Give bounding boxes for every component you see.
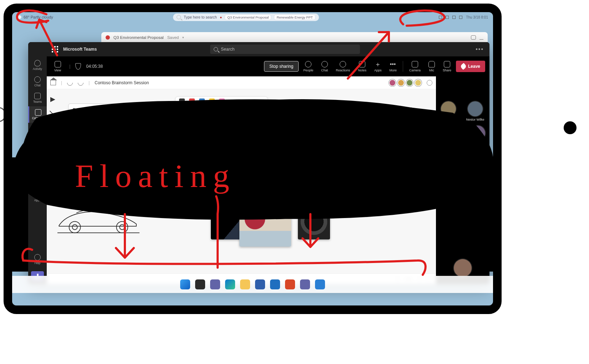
camera-button[interactable]: Camera — [406, 61, 424, 72]
taskbar-icon-app[interactable] — [315, 279, 325, 289]
rail-calls[interactable]: Calls — [28, 123, 47, 139]
shield-icon — [75, 63, 81, 70]
canvas-side-tools: ⊕ — [49, 97, 57, 125]
volume-icon[interactable] — [452, 16, 456, 19]
home-icon[interactable] — [50, 80, 56, 85]
redo-icon[interactable] — [77, 79, 85, 87]
presence-avatars[interactable] — [389, 79, 422, 86]
more-button[interactable]: •••More — [386, 61, 400, 72]
search-suggestion-2[interactable]: Renewable Energy PPT — [274, 15, 315, 20]
sticky-note[interactable] — [68, 150, 88, 166]
doc-status: Saved — [167, 35, 179, 40]
weather-widget[interactable]: 68° Partly cloudy — [17, 15, 53, 19]
whiteboard-canvas[interactable]: ⊕ ✕ — [47, 89, 436, 273]
clock[interactable]: Thu 3/18 8:01 — [466, 15, 488, 19]
sticky-note[interactable] — [111, 150, 131, 166]
leave-button[interactable]: Leave — [456, 61, 485, 72]
avatar — [454, 259, 472, 277]
sticky-note[interactable] — [132, 150, 152, 166]
waffle-icon[interactable] — [50, 45, 60, 54]
lasso-tool[interactable] — [240, 100, 245, 106]
share-button[interactable]: Share — [440, 61, 455, 72]
teams-icon — [34, 93, 41, 99]
notes-button[interactable]: Notes — [355, 61, 370, 72]
teams-overflow[interactable]: ••• — [473, 46, 486, 52]
taskbar-icon-chat[interactable] — [210, 279, 220, 289]
chart-card[interactable]: Annual Sales Data — [190, 145, 258, 169]
participant-tile[interactable]: Alex Wilber — [469, 126, 486, 146]
cloud-icon — [17, 15, 21, 19]
taskbar-icon-taskview[interactable] — [195, 279, 205, 289]
device-bezel: 68° Partly cloudy Type here to search ● … — [4, 4, 502, 314]
teams-search[interactable]: Search — [210, 45, 360, 54]
wifi-icon[interactable] — [446, 16, 449, 19]
taskbar-icon-store[interactable] — [255, 279, 265, 289]
self-view[interactable] — [454, 259, 472, 277]
window-minimize[interactable] — [479, 36, 483, 40]
participant-tile[interactable]: Joni Sherman — [440, 126, 459, 146]
rail-apps[interactable]: Apps — [28, 188, 47, 205]
calendar-icon — [35, 109, 41, 116]
meeting-apps-button[interactable]: ＋Apps — [371, 61, 385, 72]
pointer-tool[interactable] — [50, 97, 55, 102]
desktop-search[interactable]: Type here to search ● Q3 Environmental P… — [173, 14, 319, 21]
taskbar-icon-mail[interactable] — [270, 279, 280, 289]
people-button[interactable]: People — [300, 61, 316, 72]
tray-icon[interactable] — [439, 16, 442, 19]
meeting-chat-button[interactable]: Chat — [318, 61, 331, 72]
mic-button[interactable]: Mic — [425, 61, 438, 72]
people-icon — [305, 61, 311, 67]
rail-viva[interactable]: Viva Conn... — [28, 156, 47, 172]
search-suggestion-1[interactable]: Q3 Environmental Proposal — [225, 15, 271, 20]
car-sketch[interactable] — [57, 207, 139, 237]
rail-activity[interactable]: Activity — [28, 57, 47, 74]
taskbar-icon-explorer[interactable] — [240, 279, 250, 289]
participant-tile[interactable]: Nestor Wilke — [466, 101, 484, 121]
view-button[interactable]: View — [51, 61, 64, 72]
doc-share-icon[interactable] — [471, 35, 476, 40]
sticky-note[interactable] — [90, 150, 109, 166]
rail-calendar[interactable]: Calendar — [28, 106, 47, 123]
background-document-window[interactable]: Q3 Environmental Proposal Saved ▾ — [101, 32, 488, 43]
sticky-note[interactable] — [159, 143, 188, 172]
taskbar-icon-powerpoint[interactable] — [285, 279, 295, 289]
pen-tool[interactable] — [49, 107, 56, 115]
brainstorm-tab[interactable]: Brainstorming — [203, 122, 222, 128]
weather-text: 68° Partly cloudy — [24, 15, 53, 19]
phone-icon — [34, 126, 41, 132]
system-tray[interactable]: Thu 3/18 8:01 — [439, 15, 488, 19]
files-icon — [34, 142, 41, 148]
taskbar-icon-edge[interactable] — [225, 279, 235, 289]
taskbar-icon-teams[interactable] — [300, 279, 310, 289]
undo-icon[interactable] — [66, 79, 74, 87]
participant-tile[interactable]: Adele Vance — [466, 150, 484, 170]
share-icon — [444, 61, 450, 67]
search-icon — [177, 15, 181, 19]
pen-pink[interactable] — [219, 98, 225, 107]
ink-annotation: Q4 opportunity — [204, 131, 239, 139]
close-palette[interactable]: ✕ — [250, 100, 254, 106]
desktop-top-bar: 68° Partly cloudy Type here to search ● … — [12, 12, 493, 22]
hardware-button — [564, 121, 577, 134]
rail-avatars[interactable]: Avatars — [28, 172, 47, 188]
rail-teams[interactable]: Teams — [28, 90, 47, 106]
add-tool[interactable]: ⊕ — [50, 120, 55, 125]
eraser-tool[interactable] — [229, 100, 235, 105]
inserted-image[interactable] — [239, 207, 291, 247]
inserted-image[interactable] — [298, 204, 330, 239]
taskbar-icon-start[interactable] — [180, 279, 190, 289]
battery-icon[interactable] — [459, 16, 462, 19]
rail-chat[interactable]: Chat — [28, 74, 47, 90]
rail-help[interactable]: Help — [28, 251, 47, 268]
reactions-button[interactable]: Reactions — [332, 61, 353, 72]
stop-sharing-button[interactable]: Stop sharing — [264, 61, 299, 72]
svg-point-3 — [120, 225, 125, 230]
screen: 68° Partly cloudy Type here to search ● … — [12, 12, 493, 305]
settings-icon[interactable] — [427, 80, 432, 86]
teams-app-title: Microsoft Teams — [63, 47, 97, 52]
participant-tile[interactable]: Lee Gu — [441, 101, 456, 121]
brainstorm-body: Use this template to easily brainstorm w… — [73, 113, 195, 133]
avatar — [468, 101, 483, 116]
rail-files[interactable]: Files — [28, 139, 47, 156]
pen-yellow[interactable] — [209, 98, 215, 107]
